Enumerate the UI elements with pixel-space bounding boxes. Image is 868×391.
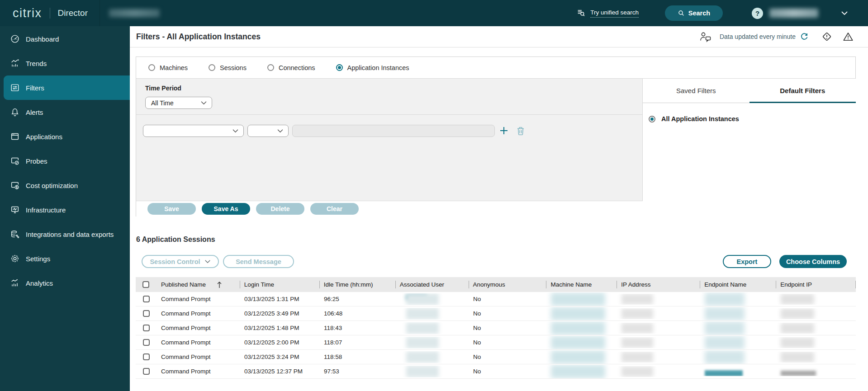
machine-name-cell: [546, 350, 617, 364]
sidebar-item-label: Alerts: [26, 108, 43, 116]
column-header-endpoint-ip[interactable]: Endpoint IP: [776, 277, 855, 292]
machine-name-redacted: [551, 350, 605, 364]
column-header-anonymous[interactable]: Anonymous: [469, 277, 546, 292]
sidebar-item-integrations[interactable]: Integrations and data exports: [0, 222, 130, 246]
choose-columns-button[interactable]: Choose Columns: [779, 255, 847, 268]
save-as-button[interactable]: Save As: [202, 203, 250, 215]
session-control-button[interactable]: Session Control: [142, 255, 219, 268]
row-checkbox[interactable]: [143, 339, 150, 346]
row-checkbox-cell: [136, 353, 157, 360]
diamond-alert-icon[interactable]: [821, 31, 833, 42]
citrix-logo: citrix: [13, 6, 42, 20]
ip-address-cell: [617, 308, 700, 319]
column-header-idle-time[interactable]: Idle Time (hh:mm): [319, 277, 395, 292]
sort-ascending-icon[interactable]: [217, 281, 222, 288]
clear-button[interactable]: Clear: [310, 203, 359, 215]
login-time-cell: 03/12/2025 1:48 PM: [240, 325, 319, 331]
anonymous-cell: No: [469, 310, 546, 317]
anonymous-cell: No: [469, 339, 546, 346]
sidebar-item-label: Applications: [26, 133, 62, 141]
radio-label: Sessions: [220, 64, 247, 71]
associated-user-cell: [395, 351, 469, 363]
delete-button[interactable]: Delete: [256, 203, 304, 215]
row-checkbox[interactable]: [143, 325, 150, 331]
cost-optimization-icon: [10, 180, 20, 190]
login-time-cell: 03/12/2025 2:00 PM: [240, 339, 319, 346]
endpoint-name-redacted: [705, 336, 745, 349]
column-label: Idle Time (hh:mm): [324, 281, 373, 288]
export-button[interactable]: Export: [723, 255, 771, 268]
radio-label: Machines: [160, 64, 188, 71]
dashboard-icon: [10, 34, 20, 44]
filter-value-input[interactable]: [292, 125, 495, 137]
column-header-endpoint-name[interactable]: Endpoint Name: [700, 277, 776, 292]
select-all-checkbox[interactable]: [142, 281, 149, 288]
endpoint-ip-cell: [776, 367, 856, 376]
refresh-icon[interactable]: [800, 32, 809, 41]
endpoint-ip-redacted: [781, 323, 814, 334]
row-checkbox[interactable]: [143, 310, 150, 317]
collaboration-person-chat-icon[interactable]: [699, 31, 712, 42]
machine-name-redacted: [551, 321, 605, 335]
sidebar-item-applications[interactable]: Applications: [0, 124, 130, 149]
applications-icon: [10, 132, 20, 141]
choose-columns-label: Choose Columns: [786, 258, 840, 265]
machine-name-cell: [546, 336, 617, 349]
column-header-associated-user[interactable]: Associated User: [395, 277, 469, 292]
time-period-dropdown[interactable]: All Time: [145, 97, 212, 109]
table-row: Command Prompt 03/12/2025 3:24 PM 118:58…: [136, 350, 856, 364]
idle-time-cell: 96:25: [319, 296, 395, 302]
published-name-cell: Command Prompt: [157, 325, 240, 331]
radio-application-instances[interactable]: Application Instances: [336, 64, 409, 71]
endpoint-name-link-redacted[interactable]: [705, 370, 743, 376]
radio-circle: [267, 64, 274, 71]
tab-saved-filters[interactable]: Saved Filters: [643, 79, 749, 103]
help-button[interactable]: ?: [752, 8, 763, 19]
default-filter-option[interactable]: All Application Instances: [649, 115, 739, 122]
row-checkbox[interactable]: [143, 353, 150, 360]
published-name-cell: Command Prompt: [157, 368, 240, 375]
column-header-published-name[interactable]: Published Name: [157, 277, 240, 292]
ip-address-cell: [617, 366, 700, 377]
delete-filter-trash-icon[interactable]: [516, 126, 526, 136]
sidebar-item-dashboard[interactable]: Dashboard: [0, 27, 130, 51]
radio-sessions[interactable]: Sessions: [209, 64, 247, 71]
user-menu-chevron-down-icon[interactable]: [841, 11, 848, 15]
filter-operator-dropdown[interactable]: [247, 125, 289, 137]
unified-search-link[interactable]: Try unified search: [576, 8, 639, 18]
sidebar-item-analytics[interactable]: Analytics: [0, 271, 130, 295]
column-header-ip-address[interactable]: IP Address: [617, 277, 700, 292]
site-name-redacted: [109, 9, 160, 17]
sidebar-item-filters[interactable]: Filters: [4, 75, 130, 100]
sidebar-item-probes[interactable]: Probes: [0, 149, 130, 173]
save-button[interactable]: Save: [147, 203, 196, 215]
sidebar-item-cost-optimization[interactable]: Cost optimization: [0, 173, 130, 198]
search-icon: [678, 9, 685, 17]
search-button[interactable]: Search: [665, 5, 723, 21]
row-checkbox[interactable]: [143, 368, 150, 375]
radio-connections[interactable]: Connections: [267, 64, 315, 71]
warning-triangle-icon[interactable]: [842, 31, 854, 42]
anonymous-cell: No: [469, 325, 546, 331]
sidebar-item-label: Analytics: [26, 279, 53, 287]
add-filter-plus-icon[interactable]: [498, 125, 509, 136]
sidebar-item-alerts[interactable]: Alerts: [0, 100, 130, 124]
radio-machines[interactable]: Machines: [148, 64, 188, 71]
column-header-machine-name[interactable]: Machine Name: [546, 277, 617, 292]
sidebar-item-label: Cost optimization: [26, 182, 78, 189]
filter-field-dropdown[interactable]: [143, 125, 244, 137]
main-content: Filters - All Application Instances Data…: [130, 26, 868, 391]
time-period-value: All Time: [151, 99, 174, 107]
sidebar-item-trends[interactable]: Trends: [0, 51, 130, 75]
row-checkbox[interactable]: [143, 296, 150, 302]
tab-default-filters[interactable]: Default Filters: [749, 79, 856, 103]
user-name-redacted[interactable]: [769, 9, 818, 18]
sidebar-item-infrastructure[interactable]: Infrastructure: [0, 198, 130, 222]
table-row: Command Prompt 03/12/2025 1:48 PM 118:43…: [136, 321, 856, 335]
machine-name-redacted: [551, 307, 605, 320]
send-message-button[interactable]: Send Message: [223, 255, 294, 268]
sidebar-item-settings[interactable]: Settings: [0, 246, 130, 271]
sidebar-item-label: Dashboard: [26, 35, 59, 43]
column-header-login-time[interactable]: Login Time: [240, 277, 319, 292]
associated-user-redacted: [406, 322, 439, 334]
